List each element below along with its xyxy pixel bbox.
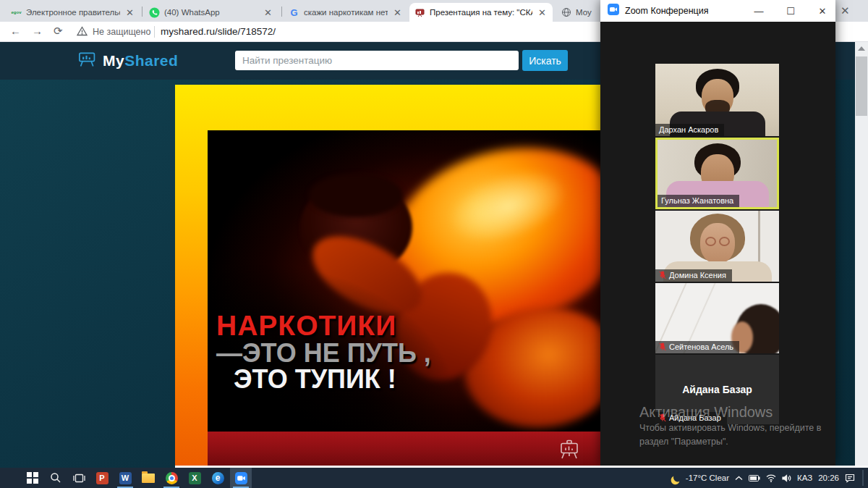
windows-logo-icon [27,472,38,484]
myshared-logo[interactable]: MyShared [78,51,178,71]
participant-tile-domina[interactable]: Домина Ксения [655,211,779,282]
participant-tile-aidana[interactable]: Айдана Базар Айдана Базар [655,355,779,424]
tab-close-icon[interactable]: ✕ [124,8,135,17]
tab-close-icon[interactable]: ✕ [263,8,273,17]
screen: egov Электронное правительство ✕ (40) Wh… [0,0,868,488]
muted-mic-icon [659,342,666,351]
search-submit-button[interactable]: Искать [522,50,568,71]
presentation-favicon [414,7,425,18]
tab-whatsapp[interactable]: (40) WhatsApp ✕ [144,3,278,22]
participant-name-tag: Гульназ Жанатовна [658,195,739,207]
tab-title: Электронное правительство [26,8,120,17]
edge-icon: e [212,472,224,484]
globe-favicon [561,7,571,18]
file-explorer-icon [142,474,155,483]
tab-separator [281,7,282,17]
poster-line-3: ЭТО ТУПИК ! [216,366,431,393]
participant-name-tag: Дархан Аскаров [655,124,724,136]
taskbar-file-explorer[interactable] [137,468,159,488]
scrollbar-thumb[interactable] [856,56,867,116]
poster-line-2: —ЭТО НЕ ПУТЬ , [216,340,431,367]
taskbar-word[interactable]: W [114,468,136,488]
moon-weather-icon[interactable] [673,472,683,482]
tab-myshared-presentation[interactable]: Презентация на тему: "СКА ✕ [409,3,553,22]
muted-mic-icon [659,271,666,279]
zoom-app-icon [608,4,619,18]
zoom-window-title: Zoom Конференция [625,6,740,16]
zoom-close-icon[interactable]: ✕ [809,0,835,22]
scrollbar-up-arrow-icon[interactable] [858,46,865,51]
slide-footer-band [208,432,606,468]
tab-egov[interactable]: egov Электронное правительство ✕ [6,3,140,22]
tab-title: Презентация на тему: "СКА [430,8,532,17]
myshared-logo-icon [78,51,97,71]
tray-chevron-up-icon[interactable] [735,476,743,481]
task-view-icon [73,473,85,484]
volume-icon[interactable] [782,474,791,482]
taskbar-zoom[interactable] [230,468,252,488]
tab-title: (40) WhatsApp [164,8,258,17]
participant-tile-gulnaz[interactable]: Гульназ Жанатовна [655,138,779,209]
language-indicator[interactable]: КАЗ [797,474,812,482]
person-glasses [719,237,730,246]
url-separator [154,26,155,38]
tab-title: скажи наркотикам нет през [304,8,388,17]
forward-icon[interactable]: → [32,25,43,37]
figure-hair [309,174,403,217]
action-center-icon[interactable] [845,474,855,483]
zoom-title-bar[interactable]: Zoom Конференция — ☐ ✕ [600,0,835,22]
poster-image: НАРКОТИКИ —ЭТО НЕ ПУТЬ , ЭТО ТУПИК ! [208,130,606,432]
myshared-logo-text: MyShared [103,52,178,70]
battery-icon[interactable] [749,475,760,481]
address-bar-url[interactable]: myshared.ru/slide/718572/ [161,26,276,37]
zoom-icon [235,472,247,484]
chrome-window-close-icon[interactable]: ✕ [841,5,850,16]
zoom-window: Zoom Конференция — ☐ ✕ Дархан Аскаров Гу… [600,0,835,466]
poster-line-1: НАРКОТИКИ [216,311,431,340]
taskbar-search-button[interactable] [45,468,67,488]
poster-text: НАРКОТИКИ —ЭТО НЕ ПУТЬ , ЭТО ТУПИК ! [216,311,431,393]
participant-name-tag: Айдана Базар [655,412,727,424]
back-icon[interactable]: ← [10,25,21,37]
taskbar-powerpoint[interactable]: P [91,468,113,488]
taskbar-excel[interactable]: X [184,468,205,488]
person-glasses [705,237,716,246]
start-button[interactable] [22,468,43,488]
presentation-slide: НАРКОТИКИ —ЭТО НЕ ПУТЬ , ЭТО ТУПИК ! [175,85,606,468]
participant-name-tag: Сейтенова Асель [655,341,739,353]
zoom-maximize-icon[interactable]: ☐ [778,0,804,22]
zoom-minimize-icon[interactable]: — [746,0,772,22]
taskbar-chrome[interactable] [161,468,182,488]
egov-favicon: egov [11,7,22,18]
word-icon: W [119,472,132,484]
search-icon [50,472,61,484]
tab-separator [142,7,142,17]
muted-mic-icon [659,413,666,422]
participant-tile-seitenova[interactable]: Сейтенова Асель [655,283,779,353]
clock[interactable]: 20:26 [818,474,839,482]
reload-icon[interactable]: ⟳ [54,25,63,38]
not-secure-warning-icon[interactable] [77,26,88,39]
powerpoint-icon: P [96,472,109,484]
participant-display-name: Айдана Базар [655,384,779,395]
participant-tile-darkhan[interactable]: Дархан Аскаров [655,64,779,136]
whatsapp-favicon [149,7,160,18]
task-view-button[interactable] [68,468,90,488]
google-favicon: G [289,7,299,18]
tab-close-icon[interactable]: ✕ [537,8,548,17]
tray-weather[interactable]: -17°C Clear [686,474,729,482]
tab-close-icon[interactable]: ✕ [392,8,403,17]
taskbar: P W X e -17°C Clear КА [0,468,868,488]
excel-icon: X [189,472,201,484]
presentation-search-input[interactable] [235,51,519,70]
page-scrollbar[interactable] [855,42,868,466]
security-label[interactable]: Не защищено [93,27,150,37]
show-desktop-button[interactable] [862,470,864,486]
participant-name-tag: Домина Ксения [655,269,732,282]
tab-google-search[interactable]: G скажи наркотикам нет през ✕ [284,3,408,22]
system-tray: -17°C Clear КАЗ 20:26 [671,468,864,488]
chrome-icon [166,472,178,484]
taskbar-edge[interactable]: e [207,468,229,488]
myshared-watermark-icon [558,439,580,460]
wifi-icon[interactable] [766,474,776,482]
